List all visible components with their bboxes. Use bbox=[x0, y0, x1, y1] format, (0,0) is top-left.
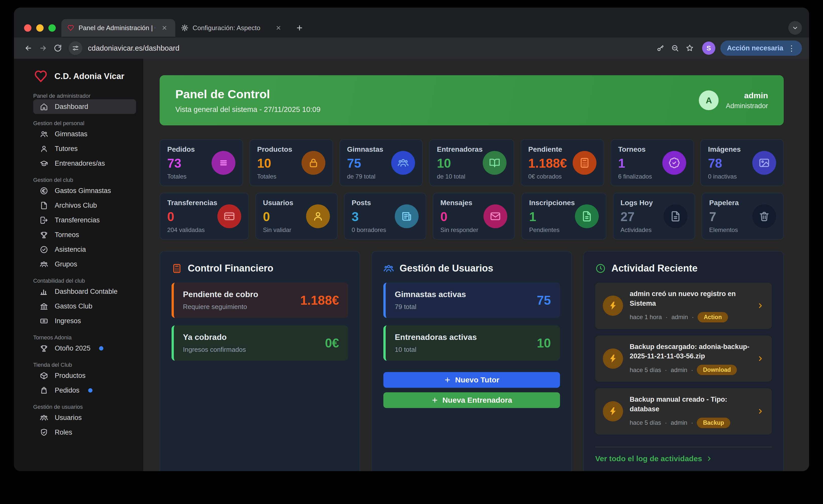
user-icon bbox=[40, 145, 48, 153]
stats-row-2: Transferencias0204 validadas Usuarios0Si… bbox=[160, 193, 784, 240]
stat-card-logs-hoy[interactable]: Logs Hoy27Actividades bbox=[613, 193, 695, 240]
notification-dot bbox=[99, 346, 104, 350]
stat-card-pendiente[interactable]: Pendiente1.188€0€ cobrados bbox=[521, 139, 604, 186]
badge-check-icon bbox=[662, 151, 686, 175]
banknote-icon bbox=[40, 317, 48, 325]
users-item-gimnastas: Gimnastas activas 79 total 75 bbox=[383, 283, 560, 318]
plus-icon bbox=[444, 376, 451, 384]
sidebar-item-usuarios[interactable]: Usuarios bbox=[33, 410, 136, 425]
financial-item-pendiente: Pendiente de cobro Requiere seguimiento … bbox=[172, 283, 348, 318]
reload-button[interactable] bbox=[50, 41, 65, 55]
site-info-icon[interactable] bbox=[69, 41, 83, 55]
gear-icon bbox=[181, 24, 188, 32]
club-logo-heart-icon bbox=[33, 69, 48, 84]
activity-item[interactable]: Backup manual creado - Tipo: database ha… bbox=[595, 388, 772, 435]
sidebar-item-ingresos[interactable]: Ingresos bbox=[33, 313, 136, 328]
window-controls bbox=[21, 24, 61, 32]
financial-item-cobrado: Ya cobrado Ingresos confirmados 0€ bbox=[172, 325, 348, 361]
calculator-icon bbox=[572, 151, 597, 175]
stat-card-usuarios[interactable]: Usuarios0Sin validar bbox=[256, 193, 337, 240]
menu-dots-icon[interactable]: ⋮ bbox=[788, 44, 795, 53]
stat-card-imagenes[interactable]: Imágenes780 inactivas bbox=[700, 139, 784, 186]
forward-button[interactable] bbox=[36, 41, 50, 55]
back-button[interactable] bbox=[21, 41, 36, 55]
graduation-cap-icon bbox=[40, 159, 48, 168]
new-tutor-button[interactable]: Nuevo Tutor bbox=[383, 372, 560, 388]
stat-card-pedidos[interactable]: Pedidos73Totales bbox=[160, 139, 243, 186]
financial-panel: Control Financiero Pendiente de cobro Re… bbox=[160, 251, 360, 471]
sidebar-item-torneos[interactable]: Torneos bbox=[33, 227, 136, 242]
maximize-window-button[interactable] bbox=[48, 24, 56, 32]
close-tab-icon[interactable] bbox=[273, 23, 284, 33]
newspaper-icon bbox=[395, 204, 419, 228]
bookmark-star-icon[interactable] bbox=[682, 41, 697, 55]
new-tab-button[interactable] bbox=[292, 21, 307, 35]
minimize-window-button[interactable] bbox=[36, 24, 43, 32]
sidebar-item-gastos-club[interactable]: Gastos Club bbox=[33, 299, 136, 313]
sidebar-section-label: Torneos Adonia bbox=[33, 334, 136, 341]
sidebar-item-entrenadores[interactable]: Entrenadores/as bbox=[33, 156, 136, 171]
sidebar-section-label: Gestión de usuarios bbox=[33, 404, 136, 410]
sidebar-item-transferencias[interactable]: Transferencias bbox=[33, 213, 136, 227]
action-needed-button[interactable]: Acción necesaria ⋮ bbox=[720, 40, 802, 56]
activity-item[interactable]: Backup descargado: adonia-backup-2025-11… bbox=[595, 335, 772, 382]
chevron-right-icon bbox=[706, 455, 713, 462]
sidebar-item-gimnastas[interactable]: Gimnastas bbox=[33, 127, 136, 141]
image-icon bbox=[752, 151, 776, 175]
browser-toolbar: cdadoniavicar.es/dashboard S Acción nece… bbox=[14, 37, 809, 59]
sidebar-item-dashboard[interactable]: Dashboard bbox=[33, 99, 136, 114]
address-bar[interactable]: cdadoniavicar.es/dashboard bbox=[88, 44, 653, 52]
sidebar-item-archivos-club[interactable]: Archivos Club bbox=[33, 198, 136, 213]
chevron-right-icon bbox=[757, 302, 764, 309]
sidebar-item-dashboard-contable[interactable]: Dashboard Contable bbox=[33, 284, 136, 299]
page-subtitle: Vista general del sistema - 27/11/2025 1… bbox=[175, 105, 321, 114]
sidebar-item-otono-2025[interactable]: Otoño 2025 bbox=[33, 341, 136, 355]
sidebar-section-label: Gestion del personal bbox=[33, 120, 136, 127]
stat-card-entrenadoras[interactable]: Entrenadoras10de 10 total bbox=[429, 139, 514, 186]
tab-strip: Panel de Administración | C.D Configurac… bbox=[14, 8, 809, 37]
stat-card-gimnastas[interactable]: Gimnastas75de 79 total bbox=[340, 139, 423, 186]
zoom-out-icon[interactable] bbox=[668, 41, 682, 55]
activity-time: hace 5 días bbox=[630, 419, 661, 426]
stat-card-papelera[interactable]: Papelera7Elementos bbox=[702, 193, 784, 240]
stat-card-inscripciones[interactable]: Inscripciones1Pendientes bbox=[521, 193, 606, 240]
view-all-activity-link[interactable]: Ver todo el log de actividades bbox=[595, 454, 772, 463]
activity-time: hace 1 hora bbox=[630, 313, 662, 321]
mail-icon bbox=[483, 204, 507, 228]
tab-admin-panel[interactable]: Panel de Administración | C.D bbox=[61, 19, 175, 37]
tab-configuracion[interactable]: Configuración: Aspecto bbox=[175, 19, 289, 37]
user-name: admin bbox=[726, 91, 768, 100]
close-tab-icon[interactable] bbox=[159, 23, 170, 33]
activity-user: admin bbox=[671, 313, 688, 321]
tab-search-chevron-button[interactable] bbox=[788, 21, 802, 35]
book-open-icon bbox=[483, 151, 506, 175]
activity-item[interactable]: admin creó un nuevo registro en Sistema … bbox=[595, 283, 772, 329]
current-user: A admin Administrador bbox=[699, 90, 768, 110]
activity-panel: Actividad Reciente admin creó un nuevo r… bbox=[583, 251, 784, 471]
sidebar-item-tutores[interactable]: Tutores bbox=[33, 141, 136, 156]
stat-card-transferencias[interactable]: Transferencias0204 validadas bbox=[160, 193, 249, 240]
sidebar-item-productos[interactable]: Productos bbox=[33, 368, 136, 383]
shopping-bag-icon bbox=[40, 386, 48, 395]
close-window-button[interactable] bbox=[24, 24, 31, 32]
users-panel: Gestión de Usuarios Gimnastas activas 79… bbox=[371, 251, 572, 471]
file-icon bbox=[40, 201, 48, 210]
sidebar-item-gastos-gimnastas[interactable]: Gastos Gimnastas bbox=[33, 183, 136, 198]
check-circle-icon bbox=[40, 245, 48, 254]
password-key-icon[interactable] bbox=[653, 41, 668, 55]
stat-card-posts[interactable]: Posts30 borradores bbox=[344, 193, 426, 240]
stat-card-mensajes[interactable]: Mensajes0Sin responder bbox=[433, 193, 515, 240]
activity-time: hace 5 días bbox=[630, 366, 661, 373]
new-entrenadora-button[interactable]: Nueva Entrenadora bbox=[383, 392, 560, 408]
stat-card-torneos[interactable]: Torneos16 finalizados bbox=[611, 139, 694, 186]
lock-icon bbox=[302, 151, 325, 175]
clock-icon bbox=[595, 263, 606, 274]
plus-icon bbox=[431, 397, 438, 404]
stat-card-productos[interactable]: Productos10Totales bbox=[250, 139, 333, 186]
sidebar-item-pedidos[interactable]: Pedidos bbox=[33, 383, 136, 398]
sidebar-item-grupos[interactable]: Grupos bbox=[33, 257, 136, 271]
users-item-entrenadoras: Entrenadoras activas 10 total 10 bbox=[383, 325, 560, 361]
sidebar-item-asistencia[interactable]: Asistencia bbox=[33, 242, 136, 257]
browser-profile-avatar[interactable]: S bbox=[702, 41, 715, 55]
sidebar-item-roles[interactable]: Roles bbox=[33, 425, 136, 440]
